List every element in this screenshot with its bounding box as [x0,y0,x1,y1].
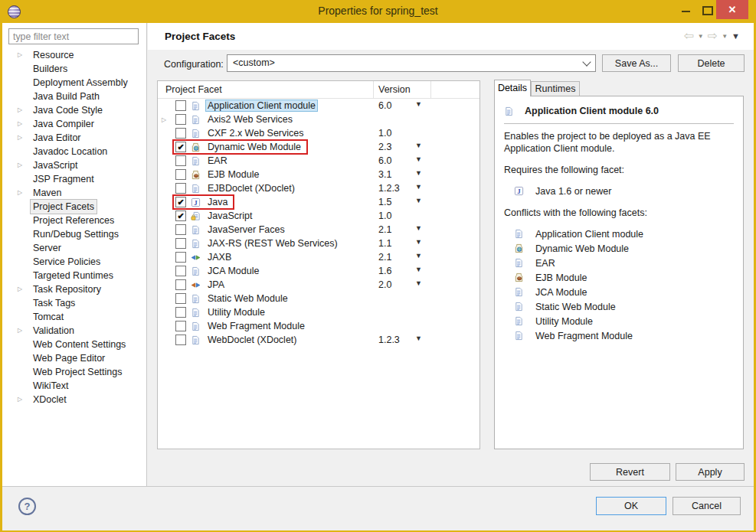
sidebar-item-validation[interactable]: ▷Validation [2,324,146,338]
facet-row-jca-module[interactable]: JCA Module1.6▼ [158,264,479,278]
facet-checkbox[interactable]: ✔ [175,197,186,207]
sidebar-item-web-project-settings[interactable]: Web Project Settings [2,365,146,379]
facet-checkbox[interactable] [175,169,186,180]
version-dropdown-icon[interactable]: ▼ [415,224,422,232]
facet-checkbox[interactable] [175,238,186,249]
facet-version: 1.6 [378,266,391,276]
sidebar-item-web-content-settings[interactable]: Web Content Settings [2,338,146,351]
sidebar-item-resource[interactable]: ▷Resource [2,48,146,62]
minimize-icon[interactable] [682,11,690,12]
facet-checkbox[interactable] [175,266,186,276]
configuration-select[interactable]: <custom> [227,54,596,72]
facet-row-ejbdoclet-xdoclet[interactable]: EJBDoclet (XDoclet)1.2.3▼ [158,181,479,195]
sidebar-item-server[interactable]: Server [2,241,146,255]
facet-row-application-client-module[interactable]: Application Client module6.0▼ [158,99,479,113]
version-dropdown-icon[interactable]: ▼ [415,142,422,149]
facet-row-java[interactable]: ✔JJava1.5▼ [158,195,479,209]
sidebar-item-java-editor[interactable]: ▷Java Editor [2,131,146,145]
version-dropdown-icon[interactable]: ▼ [415,155,422,163]
version-dropdown-icon[interactable]: ▼ [415,100,422,108]
sidebar-item-maven[interactable]: ▷Maven [2,186,146,200]
cancel-button[interactable]: Cancel [673,497,741,515]
facet-row-web-fragment-module[interactable]: Web Fragment Module [158,319,479,333]
sidebar-item-jsp-fragment[interactable]: JSP Fragment [2,172,146,186]
ok-button[interactable]: OK [596,497,666,515]
facet-checkbox[interactable] [175,183,186,194]
facet-row-axis2-web-services[interactable]: ▷Axis2 Web Services [158,113,479,126]
delete-button[interactable]: Delete [678,54,745,72]
forward-icon[interactable]: ⇨ [708,30,718,42]
facet-row-webdoclet-xdoclet[interactable]: WebDoclet (XDoclet)1.2.3▼ [158,333,479,347]
sidebar-item-wikitext[interactable]: WikiText [2,379,146,393]
help-icon[interactable]: ? [18,498,36,515]
filter-input[interactable] [8,28,139,44]
sidebar-item-tomcat[interactable]: Tomcat [2,310,146,324]
facet-row-cxf-2-x-web-services[interactable]: CXF 2.x Web Services1.0 [158,126,479,140]
facet-label: JCA Module [205,265,261,277]
sidebar-item-java-compiler[interactable]: ▷Java Compiler [2,117,146,131]
version-dropdown-icon[interactable]: ▼ [415,279,422,287]
facet-row-jpa[interactable]: JPA2.0▼ [158,278,479,292]
facet-checkbox[interactable] [175,128,186,139]
sidebar-item-javascript[interactable]: ▷JavaScript [2,158,146,172]
facet-checkbox[interactable] [175,293,186,304]
sidebar-item-label: Builders [30,61,70,77]
sidebar-item-deployment-assembly[interactable]: Deployment Assembly [2,76,146,90]
tab-details[interactable]: Details [494,80,531,96]
facet-row-javascript[interactable]: ✔JavaScript1.0 [158,209,479,223]
facet-row-ejb-module[interactable]: EJB Module3.1▼ [158,168,479,181]
facet-version: 1.2.3 [378,183,400,194]
facet-row-ear[interactable]: EAR6.0▼ [158,154,479,168]
version-dropdown-icon[interactable]: ▼ [415,266,422,273]
tab-runtimes[interactable]: Runtimes [531,81,580,96]
sidebar-item-targeted-runtimes[interactable]: Targeted Runtimes [2,269,146,282]
sidebar-item-javadoc-location[interactable]: Javadoc Location [2,145,146,158]
sidebar-item-web-page-editor[interactable]: Web Page Editor [2,351,146,365]
facet-checkbox[interactable] [175,321,186,331]
sidebar-item-java-build-path[interactable]: Java Build Path [2,90,146,103]
sidebar-item-task-tags[interactable]: Task Tags [2,296,146,310]
facet-checkbox[interactable]: ✔ [175,211,186,221]
facet-checkbox[interactable] [175,279,186,290]
facet-row-utility-module[interactable]: Utility Module [158,305,479,319]
view-menu-icon[interactable]: ▼ [731,31,740,41]
back-dropdown-icon[interactable]: ▼ [698,33,704,40]
sidebar-item-run-debug-settings[interactable]: Run/Debug Settings [2,227,146,241]
sidebar-item-service-policies[interactable]: Service Policies [2,255,146,269]
facet-checkbox[interactable] [175,252,186,263]
back-icon[interactable]: ⇦ [683,30,693,42]
close-icon[interactable]: ✕ [716,0,748,19]
facet-row-jaxb[interactable]: JAXB2.1▼ [158,250,479,264]
facet-checkbox[interactable]: ✔ [175,142,186,152]
sidebar-item-project-references[interactable]: Project References [2,214,146,227]
facet-row-static-web-module[interactable]: Static Web Module [158,292,479,305]
sidebar-item-task-repository[interactable]: ▷Task Repository [2,282,146,296]
version-dropdown-icon[interactable]: ▼ [415,335,422,342]
version-dropdown-icon[interactable]: ▼ [415,183,422,191]
maximize-icon[interactable] [702,6,713,15]
save-as-button[interactable]: Save As... [602,54,671,72]
apply-button[interactable]: Apply [676,463,745,481]
facet-checkbox[interactable] [175,155,186,166]
version-dropdown-icon[interactable]: ▼ [415,169,422,177]
sidebar-item-label: Web Project Settings [30,364,126,380]
facet-checkbox[interactable] [175,114,186,125]
facet-row-dynamic-web-module[interactable]: ✔Dynamic Web Module2.3▼ [158,140,479,154]
facet-row-javaserver-faces[interactable]: JavaServer Faces2.1▼ [158,223,479,237]
facet-checkbox[interactable] [175,100,186,111]
facet-row-jax-rs-rest-web-services[interactable]: JAX-RS (REST Web Services)1.1▼ [158,237,479,250]
facet-checkbox[interactable] [175,224,186,235]
revert-button[interactable]: Revert [590,463,670,481]
sidebar-item-xdoclet[interactable]: ▷XDoclet [2,393,146,406]
sidebar-item-project-facets[interactable]: Project Facets [2,200,146,214]
forward-dropdown-icon[interactable]: ▼ [722,33,728,40]
version-dropdown-icon[interactable]: ▼ [415,238,422,246]
version-dropdown-icon[interactable]: ▼ [415,252,422,259]
sidebar-item-builders[interactable]: Builders [2,62,146,76]
sidebar-item-label: Resource [30,47,77,63]
version-dropdown-icon[interactable]: ▼ [415,197,422,204]
facet-version: 1.2.3 [378,335,400,345]
sidebar-item-java-code-style[interactable]: ▷Java Code Style [2,103,146,117]
facet-checkbox[interactable] [175,307,186,318]
facet-checkbox[interactable] [175,335,186,345]
